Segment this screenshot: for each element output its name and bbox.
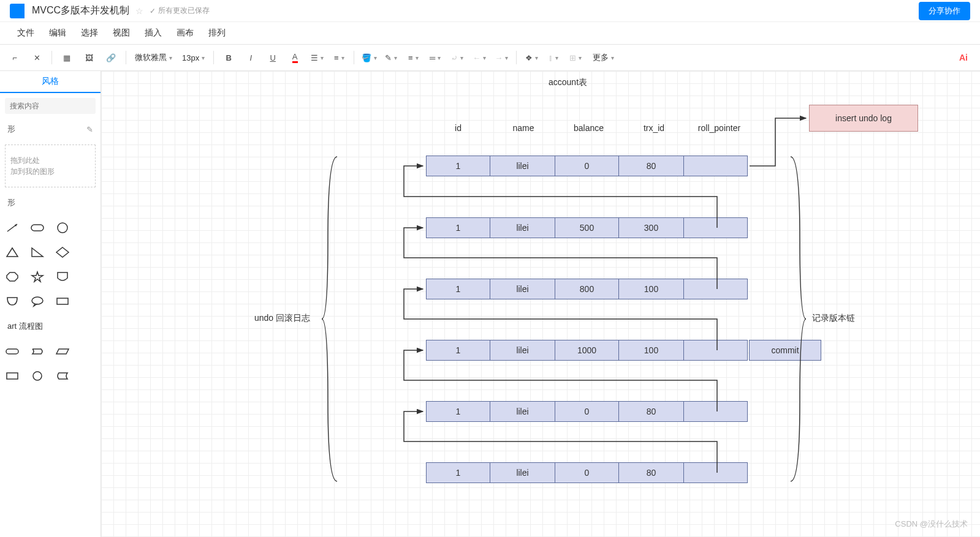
svg-rect-10 <box>57 298 68 304</box>
edit-icon[interactable]: ✎ <box>86 125 93 134</box>
watermark: CSDN @没什么技术 <box>895 519 968 530</box>
italic-icon[interactable]: I <box>241 48 260 67</box>
menu-select[interactable]: 选择 <box>81 28 98 39</box>
shape-blank6[interactable] <box>78 366 97 386</box>
shape-display[interactable] <box>28 342 47 361</box>
format-painter-icon[interactable]: ⌐ <box>5 48 25 67</box>
menu-edit[interactable]: 编辑 <box>49 28 66 39</box>
shape-octagon[interactable] <box>2 267 22 287</box>
sidebar: 风格 形 ✎ 拖到此处 加到我的图形 形 <box>0 71 101 537</box>
shape-shield[interactable] <box>53 267 72 287</box>
connectors <box>395 71 824 500</box>
menu-file[interactable]: 文件 <box>17 28 34 39</box>
shape-palette <box>0 213 101 316</box>
stroke-color-icon[interactable]: ✎ <box>381 48 401 67</box>
search-input[interactable] <box>5 98 96 114</box>
svg-marker-8 <box>32 272 43 282</box>
svg-marker-6 <box>56 247 69 257</box>
svg-marker-7 <box>7 272 18 281</box>
font-size-select[interactable]: 13px <box>178 53 208 62</box>
shape-connector[interactable] <box>28 366 47 386</box>
menu-canvas[interactable]: 画布 <box>177 28 194 39</box>
shape-stored-data[interactable] <box>53 366 72 386</box>
menu-view[interactable]: 视图 <box>113 28 130 39</box>
svg-point-3 <box>58 223 67 233</box>
bold-icon[interactable]: B <box>219 48 238 67</box>
svg-point-14 <box>33 372 42 380</box>
basic-shapes-heading: 形 <box>7 197 15 208</box>
more-button[interactable]: 更多 <box>588 52 619 63</box>
shape-blank3[interactable] <box>78 267 97 287</box>
shape-blank5[interactable] <box>78 342 97 361</box>
group-icon[interactable]: ⊞ <box>566 48 585 67</box>
canvas[interactable]: account表 id name balance trx_id roll_poi… <box>101 71 980 537</box>
link-icon[interactable]: 🔗 <box>101 48 121 67</box>
shape-right-triangle[interactable] <box>28 242 47 262</box>
image-icon[interactable]: 🖼 <box>79 48 99 67</box>
fill-color-icon[interactable]: 🪣 <box>359 48 379 67</box>
line-weight-icon[interactable]: ═ <box>425 48 445 67</box>
layer-icon[interactable]: ❖ <box>522 48 541 67</box>
shape-triangle[interactable] <box>2 242 22 262</box>
shape-circle[interactable] <box>53 218 72 238</box>
align-icon[interactable]: ≡ <box>329 48 349 67</box>
svg-rect-13 <box>7 373 18 379</box>
svg-point-9 <box>32 297 43 304</box>
line-style-icon[interactable]: ≡ <box>403 48 423 67</box>
arrow-end-icon[interactable]: → <box>492 48 511 67</box>
svg-marker-12 <box>56 349 69 354</box>
flowchart-heading: art 流程图 <box>0 316 101 337</box>
fill-pattern-icon[interactable]: ▦ <box>57 48 77 67</box>
shapes-heading: 形 <box>7 124 15 135</box>
shape-parallelogram[interactable] <box>53 342 72 361</box>
insert-undo-box[interactable]: insert undo log <box>809 105 918 132</box>
clear-format-icon[interactable]: ✕ <box>27 48 47 67</box>
flowchart-palette <box>0 337 101 391</box>
left-brace <box>322 157 340 487</box>
undo-log-label: undo 回滚日志 <box>254 313 310 324</box>
app-header: MVCC多版本并发机制 ☆ 所有更改已保存 分享协作 <box>0 0 980 22</box>
shape-rect[interactable] <box>53 291 72 311</box>
arrow-start-icon[interactable]: ← <box>469 48 489 67</box>
shape-blank4[interactable] <box>78 291 97 311</box>
menubar: 文件 编辑 选择 视图 插入 画布 排列 <box>0 22 980 44</box>
shape-star[interactable] <box>28 267 47 287</box>
font-family-select[interactable]: 微软雅黑 <box>131 52 176 63</box>
document-title[interactable]: MVCC多版本并发机制 <box>32 4 129 17</box>
shape-process[interactable] <box>2 366 22 386</box>
share-button[interactable]: 分享协作 <box>919 2 970 20</box>
line-height-icon[interactable]: ☰ <box>307 48 327 67</box>
shape-roundrect[interactable] <box>28 218 47 238</box>
shape-line[interactable] <box>2 218 22 238</box>
svg-marker-5 <box>32 248 43 257</box>
app-logo <box>10 4 25 18</box>
shape-diamond[interactable] <box>53 242 72 262</box>
font-color-icon[interactable]: A <box>285 48 305 67</box>
shape-terminator[interactable] <box>2 342 22 361</box>
toolbar: ⌐ ✕ ▦ 🖼 🔗 微软雅黑 13px B I U A ☰ ≡ 🪣 ✎ ≡ ═ … <box>0 44 980 71</box>
save-status: 所有更改已保存 <box>150 6 210 16</box>
menu-arrange[interactable]: 排列 <box>208 28 226 39</box>
menu-insert[interactable]: 插入 <box>145 28 162 39</box>
svg-marker-4 <box>7 248 18 257</box>
shape-drop[interactable] <box>2 291 22 311</box>
underline-icon[interactable]: U <box>263 48 283 67</box>
connector-icon[interactable]: ⤾ <box>447 48 467 67</box>
align-objects-icon[interactable]: ⫿ <box>544 48 563 67</box>
sidebar-tab-style[interactable]: 风格 <box>0 71 101 93</box>
svg-rect-2 <box>31 225 44 231</box>
shape-blank[interactable] <box>78 218 97 238</box>
shapes-dropzone[interactable]: 拖到此处 加到我的图形 <box>5 145 96 187</box>
shape-speech[interactable] <box>28 291 47 311</box>
svg-rect-11 <box>6 349 18 354</box>
ai-badge[interactable]: Ai <box>952 53 975 62</box>
shape-blank2[interactable] <box>78 242 97 262</box>
star-icon[interactable]: ☆ <box>135 6 143 16</box>
